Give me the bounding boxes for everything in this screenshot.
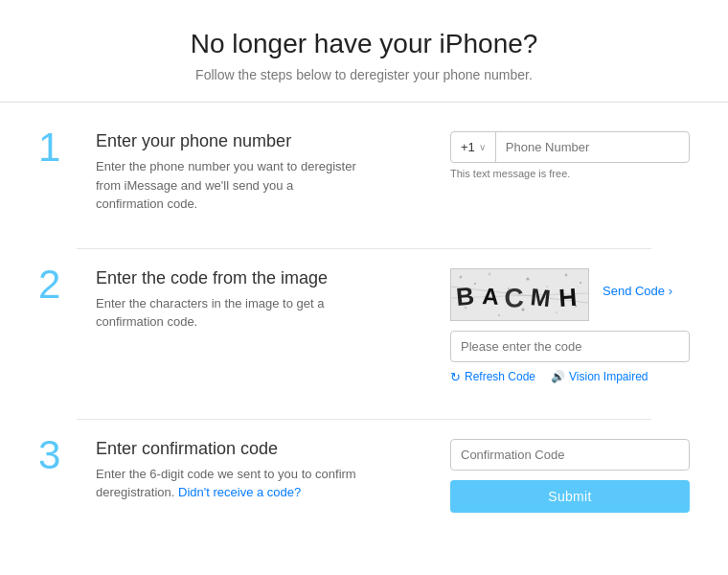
step-3-row: 3 Enter confirmation code Enter the 6-di… <box>38 439 690 513</box>
step-2-content: Enter the code from the image Enter the … <box>86 268 412 332</box>
svg-point-5 <box>527 277 530 280</box>
step-divider-2 <box>77 419 651 420</box>
country-code-selector[interactable]: +1 ∨ <box>451 132 496 162</box>
svg-point-2 <box>474 283 476 285</box>
vision-impaired-button[interactable]: 🔊 Vision Impaired <box>551 370 648 384</box>
steps-container: 1 Enter your phone number Enter the phon… <box>0 131 728 513</box>
svg-point-3 <box>489 272 491 275</box>
step-1-title: Enter your phone number <box>96 131 412 151</box>
send-code-button[interactable]: Send Code <box>603 284 672 298</box>
phone-hint: This text message is free. <box>450 168 690 179</box>
page-subtitle: Follow the steps below to deregister you… <box>19 67 709 82</box>
confirmation-code-input[interactable] <box>450 439 690 471</box>
step-1-control: +1 ∨ This text message is free. <box>450 131 690 179</box>
refresh-code-label: Refresh Code <box>465 370 535 383</box>
phone-input[interactable] <box>496 132 689 162</box>
page-header: No longer have your iPhone? Follow the s… <box>0 0 728 103</box>
svg-point-7 <box>565 273 568 276</box>
captcha-image: B A C M H <box>450 268 589 321</box>
vision-impaired-label: Vision Impaired <box>569 370 648 383</box>
step-3-number: 3 <box>38 435 86 475</box>
step-divider-1 <box>77 248 651 249</box>
svg-text:B: B <box>455 281 475 311</box>
captcha-links: ↻ Refresh Code 🔊 Vision Impaired <box>450 370 690 384</box>
captcha-row: B A C M H Send Code <box>450 268 690 321</box>
captcha-svg: B A C M H <box>451 269 588 320</box>
svg-point-8 <box>580 282 581 284</box>
step-2-row: 2 Enter the code from the image Enter th… <box>38 268 690 384</box>
svg-text:C: C <box>504 282 525 312</box>
submit-button[interactable]: Submit <box>450 480 690 513</box>
page-title: No longer have your iPhone? <box>19 29 709 59</box>
svg-point-1 <box>460 275 463 278</box>
svg-text:M: M <box>529 283 552 311</box>
refresh-code-button[interactable]: ↻ Refresh Code <box>450 370 535 384</box>
didnt-receive-link[interactable]: Didn't receive a code? <box>178 485 301 499</box>
step-3-control: Submit <box>450 439 690 513</box>
step-1-row: 1 Enter your phone number Enter the phon… <box>38 131 690 214</box>
step-1-desc: Enter the phone number you want to dereg… <box>96 157 364 214</box>
step-1-content: Enter your phone number Enter the phone … <box>86 131 412 214</box>
step-2-control: B A C M H Send Code ↻ Refresh Code <box>450 268 690 384</box>
chevron-down-icon: ∨ <box>479 142 486 152</box>
captcha-input[interactable] <box>450 331 690 362</box>
phone-input-wrap: +1 ∨ <box>450 131 690 163</box>
captcha-input-wrap <box>450 331 690 362</box>
country-code-value: +1 <box>461 140 475 154</box>
refresh-icon: ↻ <box>450 370 461 384</box>
step-3-content: Enter confirmation code Enter the 6-digi… <box>86 439 412 502</box>
step-3-title: Enter confirmation code <box>96 439 412 459</box>
audio-icon: 🔊 <box>551 370 565 383</box>
step-3-desc: Enter the 6-digit code we sent to you to… <box>96 465 364 502</box>
svg-text:A: A <box>482 283 500 310</box>
svg-point-10 <box>498 314 500 316</box>
step-2-title: Enter the code from the image <box>96 268 412 288</box>
svg-point-12 <box>556 311 557 313</box>
svg-text:H: H <box>557 282 578 311</box>
step-1-number: 1 <box>38 127 86 168</box>
step-2-number: 2 <box>38 264 86 305</box>
step-2-desc: Enter the characters in the image to get… <box>96 294 364 332</box>
